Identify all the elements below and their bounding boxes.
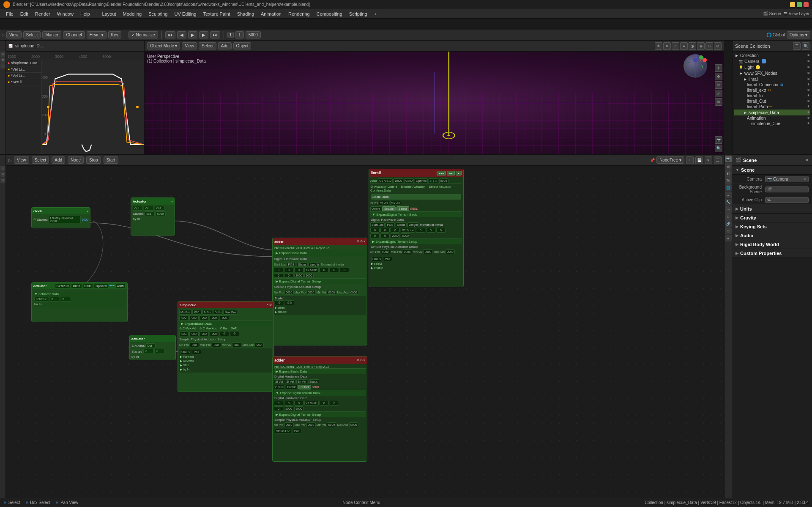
node-tree-type-btn[interactable]: NodeTree ▾ <box>656 156 684 164</box>
cue-eye-icon[interactable]: 👁 <box>807 122 810 126</box>
active-clip-value[interactable]: 📽 <box>765 197 809 203</box>
new-nodetree-icon[interactable]: + <box>686 156 694 164</box>
simplecue-expand-base[interactable]: ▶ ExpandBase Data <box>179 321 272 326</box>
channel-menu-btn[interactable]: Channel <box>63 31 85 38</box>
material-icon[interactable]: ◑ <box>689 42 696 50</box>
options-btn[interactable]: Options ▾ <box>787 31 810 38</box>
anim-eye-icon[interactable]: 👁 <box>807 116 810 120</box>
expand-basic-data[interactable]: ▶ ExpandBasic Data <box>274 250 366 256</box>
current-frame[interactable]: 1 <box>227 32 234 38</box>
outliner-filter-icon[interactable]: ☰ <box>793 42 801 50</box>
move-tool[interactable]: ✥ <box>715 73 722 80</box>
header-menu-btn[interactable]: Header <box>87 31 107 38</box>
outliner-item-linrail-connector[interactable]: linrail_Connector ⊞ 👁 <box>734 82 810 88</box>
view-btn[interactable]: View <box>182 42 197 49</box>
keying-sets-section[interactable]: ▶ Keying Sets <box>732 222 812 231</box>
particles-props-icon[interactable]: ⋯ <box>725 206 732 213</box>
key-menu-btn[interactable]: Key <box>108 31 121 38</box>
proportional-icon[interactable]: ⊚ <box>714 42 722 50</box>
outliner-item-linrail-path[interactable]: linrail_Path 〰 👁 <box>734 104 810 110</box>
outliner-item-linrail-in[interactable]: linrail_In 👁 <box>734 93 810 99</box>
view-menu-btn[interactable]: View <box>6 31 22 38</box>
gravity-section[interactable]: ▶ Gravity <box>732 214 812 222</box>
menu-animation[interactable]: Animation <box>257 11 285 17</box>
out-eye-icon[interactable]: 👁 <box>807 99 810 103</box>
statusbar-pan-view[interactable]: 🖱 Pan View <box>55 500 78 505</box>
camera-eye-icon[interactable]: 👁 <box>807 60 810 63</box>
material-props-icon[interactable]: ● <box>725 235 732 241</box>
outliner-item-light[interactable]: 💡 Light 👁 <box>734 64 810 70</box>
mode-selector[interactable]: Object Mode ▾ <box>147 42 180 49</box>
node-tool-box[interactable]: ⊞ <box>0 172 5 177</box>
transform-tool[interactable]: ⊞ <box>715 98 722 106</box>
node-adder2[interactable]: adder ⊙ ⊙ × Infc: 500-Inlen1: -300 | Hos… <box>272 356 367 462</box>
snap-icon[interactable]: ⊙ <box>705 42 713 50</box>
node-big-panel[interactable]: linrail ●●● ●● ● Actor G270513 D800 G800… <box>369 169 464 287</box>
expand-digital-terrain[interactable]: ▶ ExpandDigital Terrain Setup <box>274 278 366 284</box>
start-frame-btn[interactable]: 1 <box>235 31 244 38</box>
data-props-icon[interactable]: ▽ <box>725 227 732 234</box>
3d-viewport[interactable]: Object Mode ▾ View Select Add Object 👁 ✕… <box>145 41 724 155</box>
linrail-eye-icon[interactable]: 👁 <box>807 77 810 81</box>
in-eye-icon[interactable]: 👁 <box>807 94 810 98</box>
units-section[interactable]: ▶ Units <box>732 205 812 214</box>
eye-icon[interactable]: 👁 <box>807 54 810 58</box>
next-frame-btn[interactable]: ▶ <box>199 31 208 38</box>
node-node-btn[interactable]: Node <box>68 156 84 164</box>
extr-eye-icon[interactable]: 👁 <box>807 88 810 92</box>
minimize-button[interactable] <box>790 2 795 7</box>
node-canvas[interactable]: clock × ⊙ Started Fri May 0.0-47:44 2020… <box>6 166 724 498</box>
end-frame-btn[interactable]: 5000 <box>246 31 261 38</box>
sfx-eye-icon[interactable]: 👁 <box>807 71 810 75</box>
camera-clear-icon[interactable]: ✕ <box>803 177 807 181</box>
menu-window[interactable]: Window <box>54 11 77 17</box>
scene-props-icon[interactable]: 🎬 <box>725 177 732 184</box>
menu-render[interactable]: Render <box>32 11 54 17</box>
output-props-icon[interactable]: 🖨 <box>725 163 732 170</box>
solid-icon[interactable]: ● <box>680 42 688 50</box>
menu-help[interactable]: Help <box>77 11 93 17</box>
node-view-btn[interactable]: View <box>14 156 29 164</box>
object-btn[interactable]: Object <box>233 42 252 49</box>
audio-section[interactable]: ▶ Audio <box>732 231 812 240</box>
select-menu-btn[interactable]: Select <box>23 31 41 38</box>
scene-props-expand[interactable]: ✕ <box>805 158 809 162</box>
outliner-item-simplecue-data[interactable]: ▶ simplecue_Data 👁 <box>734 110 810 115</box>
scale-tool[interactable]: ⤢ <box>715 90 722 97</box>
outliner-item-camera[interactable]: 📷 Camera 👁 <box>734 58 810 64</box>
close-button[interactable] <box>804 2 809 7</box>
big-expand-digital2[interactable]: ▶ ExpandDigital Terrain Setup <box>370 238 462 244</box>
menu-add-workspace[interactable]: + <box>371 11 380 17</box>
tl-tool-2[interactable]: ✥ <box>0 58 5 63</box>
menu-compositing[interactable]: Compositing <box>313 11 346 17</box>
menu-file[interactable]: File <box>3 11 17 17</box>
statusbar-box-select[interactable]: 🖱 Box Select <box>25 500 51 505</box>
object-props-icon[interactable]: ▲ <box>725 192 732 198</box>
node-tool-link[interactable]: ⊟ <box>0 178 5 183</box>
statusbar-select[interactable]: 🖱 Select <box>3 500 20 505</box>
render-props-icon[interactable]: 📷 <box>725 156 732 162</box>
outliner-item-simplecue-cue[interactable]: simplecue_Cue 👁 <box>734 121 810 126</box>
menu-texture-paint[interactable]: Texture Paint <box>200 11 233 17</box>
menu-layout[interactable]: Layout <box>99 11 120 17</box>
play-btn[interactable]: ▶ <box>188 31 197 38</box>
menu-edit[interactable]: Edit <box>17 11 32 17</box>
menu-scripting[interactable]: Scripting <box>346 11 371 17</box>
zoom-in-icon[interactable]: 🔍 <box>715 145 722 152</box>
physics-props-icon[interactable]: ⚙ <box>725 213 732 220</box>
outliner-item-sfx-nodes[interactable]: ▶ www.SFX_Nodes 👁 <box>734 70 810 76</box>
nodetree-menu-icon[interactable]: ☰ <box>714 156 722 164</box>
select-btn[interactable]: Select <box>199 42 216 49</box>
node-simplecue[interactable]: simplecue × ⊙ Mn Pro 000 ArPro Delta Max… <box>178 301 274 392</box>
node-stop-btn[interactable]: Stop <box>86 156 101 164</box>
wireframe-icon[interactable]: ○ <box>672 42 679 50</box>
outliner-item-collection[interactable]: ▶ Collection 👁 <box>734 52 810 58</box>
modifier-props-icon[interactable]: 🔧 <box>725 199 732 206</box>
view-layer-props-icon[interactable]: ◧ <box>725 170 732 177</box>
bg-scene-value[interactable]: 🎬 <box>765 186 809 192</box>
custom-properties-section[interactable]: ▶ Custom Properties <box>732 249 812 258</box>
path-eye-icon[interactable]: 👁 <box>807 105 810 109</box>
camera-value[interactable]: 📷 Camera ✕ <box>765 176 809 182</box>
connector-eye-icon[interactable]: 👁 <box>807 83 810 87</box>
menu-rendering[interactable]: Rendering <box>285 11 313 17</box>
